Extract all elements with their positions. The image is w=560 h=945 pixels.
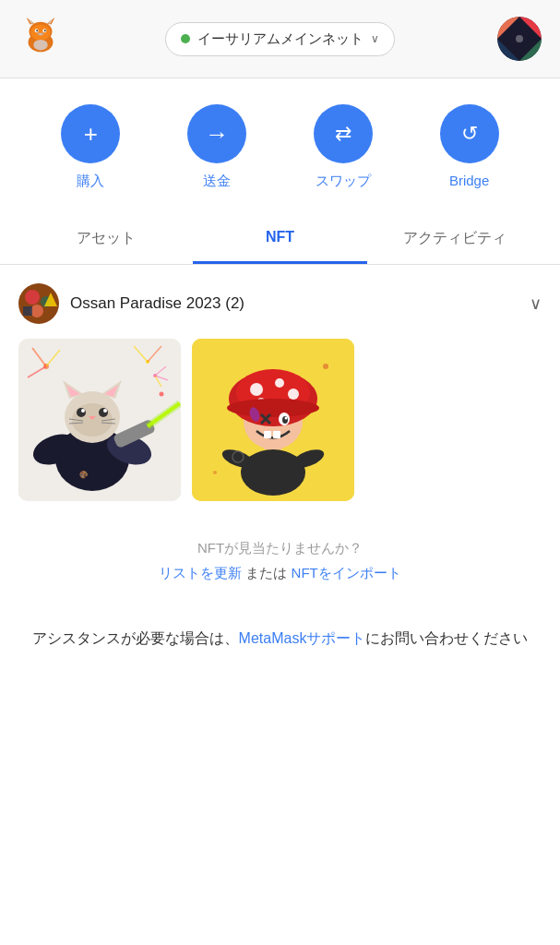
- svg-point-6: [30, 25, 50, 41]
- bridge-action[interactable]: ↺ Bridge: [440, 104, 499, 190]
- buy-action[interactable]: + 購入: [61, 104, 120, 190]
- nft-help-section: NFTが見当たりませんか？ リストを更新 または NFTをインポート: [0, 510, 560, 601]
- collection-chevron-icon: ∨: [530, 293, 542, 314]
- collection-header[interactable]: Ossan Paradise 2023 (2) ∨: [18, 283, 542, 324]
- metamask-logo: [18, 15, 63, 63]
- send-action[interactable]: → 送金: [187, 104, 246, 190]
- svg-point-12: [38, 32, 41, 34]
- svg-point-48: [103, 409, 107, 413]
- svg-point-16: [516, 35, 523, 42]
- import-link[interactable]: NFTをインポート: [292, 565, 401, 580]
- swap-button[interactable]: ⇄: [314, 104, 373, 163]
- svg-point-67: [275, 378, 284, 388]
- svg-point-10: [44, 30, 46, 31]
- nft-item-2[interactable]: [192, 339, 354, 501]
- swap-icon: ⇄: [335, 122, 351, 146]
- chevron-down-icon: ∨: [371, 32, 379, 45]
- buy-button[interactable]: +: [61, 104, 120, 163]
- buy-icon: +: [84, 120, 98, 149]
- collection-info: Ossan Paradise 2023 (2): [18, 283, 244, 324]
- svg-point-9: [36, 30, 38, 31]
- tab-activity[interactable]: アクティビティ: [367, 216, 542, 264]
- swap-label: スワップ: [316, 173, 371, 190]
- bridge-label: Bridge: [449, 173, 489, 188]
- svg-point-20: [30, 305, 43, 317]
- svg-point-59: [241, 449, 305, 496]
- svg-rect-77: [273, 431, 280, 438]
- svg-point-46: [99, 408, 108, 417]
- nft-action-links: リストを更新 または NFTをインポート: [18, 565, 542, 582]
- send-button[interactable]: →: [187, 104, 246, 163]
- tab-bar: アセット NFT アクティビティ: [0, 216, 560, 265]
- svg-point-45: [77, 408, 86, 417]
- nft-grid: 🎨: [18, 339, 542, 501]
- support-section: アシスタンスが必要な場合は、MetaMaskサポートにお問い合わせください: [0, 601, 560, 669]
- svg-rect-21: [23, 306, 32, 316]
- bridge-icon: ↺: [461, 122, 478, 146]
- network-status-dot: [181, 34, 190, 43]
- or-separator: または: [242, 565, 291, 580]
- collection-thumbnail: [18, 283, 59, 324]
- swap-action[interactable]: ⇄ スワップ: [314, 104, 373, 190]
- svg-point-80: [323, 364, 328, 369]
- buy-label: 購入: [77, 173, 104, 190]
- nft-missing-label: NFTが見当たりませんか？: [18, 540, 542, 557]
- nft-item-1[interactable]: 🎨: [18, 339, 181, 501]
- svg-point-47: [81, 409, 85, 413]
- bridge-button[interactable]: ↺: [440, 104, 499, 163]
- svg-point-13: [41, 32, 43, 34]
- tab-assets[interactable]: アセット: [18, 216, 193, 264]
- network-label: イーサリアムメインネット: [197, 30, 363, 48]
- svg-point-26: [160, 392, 164, 397]
- nft-section: Ossan Paradise 2023 (2) ∨: [0, 265, 560, 510]
- svg-point-70: [227, 399, 319, 417]
- refresh-link[interactable]: リストを更新: [159, 565, 242, 580]
- svg-point-75: [285, 417, 288, 420]
- support-suffix: にお問い合わせください: [365, 630, 528, 646]
- account-avatar[interactable]: [497, 17, 542, 61]
- send-label: 送金: [203, 173, 231, 190]
- svg-point-14: [33, 40, 47, 51]
- support-prefix: アシスタンスが必要な場合は、: [32, 630, 239, 646]
- app-header: イーサリアムメインネット ∨: [0, 0, 560, 78]
- svg-rect-76: [264, 431, 271, 438]
- network-selector[interactable]: イーサリアムメインネット ∨: [165, 22, 395, 56]
- action-buttons: + 購入 → 送金 ⇄ スワップ ↺ Bridge: [0, 78, 560, 209]
- tab-nft[interactable]: NFT: [193, 216, 367, 264]
- send-icon: →: [205, 120, 229, 149]
- collection-name: Ossan Paradise 2023 (2): [70, 294, 244, 313]
- svg-point-81: [213, 471, 217, 474]
- support-link[interactable]: MetaMaskサポート: [239, 630, 366, 646]
- svg-point-68: [288, 389, 299, 400]
- svg-point-66: [250, 383, 263, 396]
- svg-point-18: [25, 290, 40, 305]
